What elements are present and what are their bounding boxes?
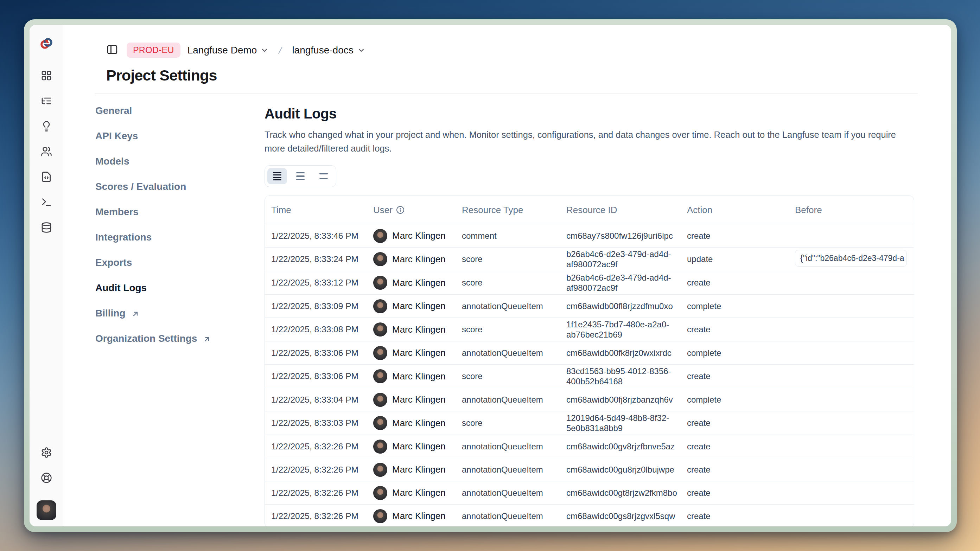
table-row[interactable]: 1/22/2025, 8:32:26 PM Marc Klingen annot… bbox=[265, 458, 914, 481]
user-avatar[interactable] bbox=[37, 500, 56, 520]
project-name: langfuse-docs bbox=[292, 44, 353, 56]
row-avatar bbox=[373, 393, 387, 407]
row-username: Marc Klingen bbox=[392, 301, 445, 311]
cell-user: Marc Klingen bbox=[373, 486, 462, 500]
users-icon[interactable] bbox=[40, 144, 54, 159]
table-row[interactable]: 1/22/2025, 8:33:24 PM Marc Klingen score… bbox=[265, 247, 914, 271]
settings-nav-item[interactable]: Scores / Evaluation bbox=[95, 179, 264, 194]
cell-action: create bbox=[687, 324, 795, 334]
row-avatar bbox=[373, 486, 387, 500]
settings-nav-item[interactable]: Billing bbox=[95, 306, 264, 321]
file-code-icon[interactable] bbox=[40, 170, 54, 184]
table-row[interactable]: 1/22/2025, 8:33:06 PM Marc Klingen annot… bbox=[265, 341, 914, 364]
cell-resource-type: annotationQueueItem bbox=[462, 465, 566, 475]
gear-icon[interactable] bbox=[40, 446, 54, 460]
terminal-icon[interactable] bbox=[40, 195, 54, 209]
cell-action: create bbox=[687, 488, 795, 498]
settings-nav-label: Models bbox=[95, 156, 129, 167]
project-switcher[interactable]: langfuse-docs bbox=[292, 44, 365, 56]
row-avatar bbox=[373, 276, 387, 290]
rows-loose-button[interactable] bbox=[314, 168, 334, 184]
cell-user: Marc Klingen bbox=[373, 509, 462, 523]
cell-resource-id: 1f1e2435-7bd7-480e-a2a0-ab76bec21b69 bbox=[566, 318, 687, 341]
table-body: 1/22/2025, 8:33:46 PM Marc Klingen comme… bbox=[265, 224, 914, 526]
row-avatar bbox=[373, 509, 387, 523]
cell-time: 1/22/2025, 8:32:26 PM bbox=[271, 511, 373, 521]
section-heading: Audit Logs bbox=[264, 106, 951, 122]
list-tree-icon[interactable] bbox=[40, 94, 54, 108]
table-row[interactable]: 1/22/2025, 8:33:09 PM Marc Klingen annot… bbox=[265, 294, 914, 318]
info-icon[interactable] bbox=[396, 206, 404, 214]
table-row[interactable]: 1/22/2025, 8:32:26 PM Marc Klingen annot… bbox=[265, 481, 914, 504]
cell-resource-type: annotationQueueItem bbox=[462, 395, 566, 405]
rows-medium-button[interactable] bbox=[291, 168, 310, 184]
lifebuoy-icon[interactable] bbox=[40, 471, 54, 485]
col-header-resource-id: Resource ID bbox=[566, 205, 687, 216]
cell-resource-type: annotationQueueItem bbox=[462, 488, 566, 498]
row-username: Marc Klingen bbox=[392, 230, 445, 241]
cell-resource-id: cm68awidc00gs8rjzgvxl5sqw bbox=[566, 510, 687, 522]
cell-action: create bbox=[687, 231, 795, 241]
cell-resource-type: annotationQueueItem bbox=[462, 301, 566, 311]
table-row[interactable]: 1/22/2025, 8:33:06 PM Marc Klingen score… bbox=[265, 364, 914, 388]
settings-nav-label: Integrations bbox=[95, 232, 152, 243]
table-row[interactable]: 1/22/2025, 8:32:26 PM Marc Klingen annot… bbox=[265, 435, 914, 458]
table-header-row: Time User Resource Type Resource ID Acti… bbox=[265, 196, 914, 224]
settings-nav-item[interactable]: Audit Logs bbox=[95, 280, 264, 296]
settings-nav-item[interactable]: Exports bbox=[95, 255, 264, 270]
table-row[interactable]: 1/22/2025, 8:32:26 PM Marc Klingen annot… bbox=[265, 504, 914, 526]
cell-user: Marc Klingen bbox=[373, 393, 462, 407]
cell-time: 1/22/2025, 8:33:09 PM bbox=[271, 301, 373, 311]
row-avatar bbox=[373, 463, 387, 477]
cell-user: Marc Klingen bbox=[373, 440, 462, 454]
settings-nav-item[interactable]: Models bbox=[95, 154, 264, 169]
icon-rail bbox=[30, 25, 63, 526]
cell-resource-type: score bbox=[462, 278, 566, 287]
before-json-snippet[interactable]: {"id":"b26ab4c6-d2e3-479d-a bbox=[795, 250, 907, 267]
settings-nav-item[interactable]: API Keys bbox=[95, 129, 264, 144]
cell-time: 1/22/2025, 8:33:08 PM bbox=[271, 324, 373, 334]
breadcrumb-slash-icon bbox=[276, 44, 285, 56]
panel-left-icon[interactable] bbox=[106, 44, 119, 57]
cell-action: create bbox=[687, 441, 795, 451]
cell-resource-id: cm68awidc00gt8rjzw2fkm8bo bbox=[566, 486, 687, 499]
table-row[interactable]: 1/22/2025, 8:33:46 PM Marc Klingen comme… bbox=[265, 224, 914, 247]
settings-nav-item[interactable]: Members bbox=[95, 204, 264, 220]
cell-resource-id: b26ab4c6-d2e3-479d-ad4d-af980072ac9f bbox=[566, 271, 687, 294]
org-switcher[interactable]: Langfuse Demo bbox=[188, 44, 269, 56]
col-header-user: User bbox=[373, 205, 462, 216]
table-row[interactable]: 1/22/2025, 8:33:03 PM Marc Klingen score… bbox=[265, 411, 914, 435]
cell-action: complete bbox=[687, 348, 795, 358]
settings-nav-item[interactable]: General bbox=[95, 103, 264, 119]
table-row[interactable]: 1/22/2025, 8:33:04 PM Marc Klingen annot… bbox=[265, 388, 914, 411]
cell-resource-type: score bbox=[462, 371, 566, 381]
audit-logs-table: Time User Resource Type Resource ID Acti… bbox=[264, 195, 914, 526]
settings-nav-item[interactable]: Integrations bbox=[95, 230, 264, 245]
database-icon[interactable] bbox=[40, 221, 54, 235]
row-username: Marc Klingen bbox=[392, 487, 445, 498]
row-username: Marc Klingen bbox=[392, 418, 445, 429]
table-row[interactable]: 1/22/2025, 8:33:08 PM Marc Klingen score… bbox=[265, 318, 914, 341]
col-header-action: Action bbox=[687, 205, 795, 216]
cell-time: 1/22/2025, 8:32:26 PM bbox=[271, 465, 373, 475]
cell-user: Marc Klingen bbox=[373, 276, 462, 290]
rows-dense-button[interactable] bbox=[267, 168, 287, 184]
row-username: Marc Klingen bbox=[392, 254, 445, 265]
table-row[interactable]: 1/22/2025, 8:33:12 PM Marc Klingen score… bbox=[265, 271, 914, 294]
rows-loose-icon bbox=[320, 173, 328, 179]
langfuse-logo-icon[interactable] bbox=[40, 37, 53, 50]
cell-resource-type: score bbox=[462, 418, 566, 428]
settings-nav: General API Keys bbox=[95, 94, 264, 526]
settings-nav-label: Members bbox=[95, 206, 138, 218]
cell-time: 1/22/2025, 8:33:06 PM bbox=[271, 348, 373, 358]
row-username: Marc Klingen bbox=[392, 348, 445, 358]
row-username: Marc Klingen bbox=[392, 371, 445, 382]
lightbulb-icon[interactable] bbox=[40, 119, 54, 133]
settings-nav-item[interactable]: Organization Settings bbox=[95, 331, 264, 346]
dashboard-grid-icon[interactable] bbox=[40, 68, 54, 83]
row-avatar bbox=[373, 440, 387, 454]
row-avatar bbox=[373, 369, 387, 383]
cell-resource-id: 12019d64-5d49-48b8-8f32-5e0b831a8bb9 bbox=[566, 411, 687, 435]
cell-action: create bbox=[687, 511, 795, 521]
settings-nav-label: Scores / Evaluation bbox=[95, 181, 186, 192]
